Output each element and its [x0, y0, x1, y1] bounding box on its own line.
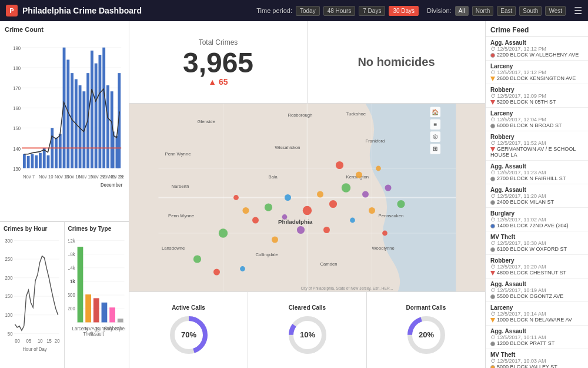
svg-point-146 — [369, 207, 375, 214]
map-container[interactable]: Glenside Rosborough Tuckahoe Penn Wynne … — [129, 104, 485, 291]
svg-text:Collingdale: Collingdale — [256, 252, 278, 257]
crime-time: ⏱ 12/5/2017, 11:23 AM — [490, 170, 583, 175]
crime-type: Agg. Assault — [490, 163, 583, 170]
svg-text:Lansdowne: Lansdowne — [162, 246, 185, 251]
svg-text:150: 150 — [5, 294, 13, 299]
svg-text:190: 190 — [13, 46, 21, 51]
center-panel: Total Crimes 3,965 ▲ 65 No homicides — [129, 21, 485, 368]
svg-text:Rosborough: Rosborough — [288, 112, 313, 118]
svg-text:≡: ≡ — [433, 121, 437, 128]
svg-text:Pennsauken: Pennsauken — [379, 213, 404, 218]
svg-text:1.8k: 1.8k — [68, 252, 76, 257]
time-btn-7d[interactable]: 7 Days — [359, 6, 385, 16]
total-crimes-widget: Total Crimes 3,965 ▲ 65 — [129, 21, 308, 103]
menu-icon[interactable]: ☰ — [574, 5, 582, 16]
time-btn-48h[interactable]: 48 Hours — [323, 6, 356, 16]
division-label: Division: — [427, 7, 452, 14]
svg-text:200: 200 — [68, 306, 75, 311]
header-left: P Philadelphia Crime Dashboard — [6, 5, 142, 16]
svg-text:Tuckahoe: Tuckahoe — [346, 111, 366, 117]
svg-text:December: December — [101, 182, 122, 187]
dormant-calls-widget: Dormant Calls 20% — [367, 292, 485, 368]
svg-text:Other: Other — [114, 326, 125, 331]
svg-point-142 — [243, 207, 249, 214]
svg-point-147 — [382, 231, 387, 236]
crime-type: Burglary — [490, 210, 583, 217]
crimes-by-hour-title: Crimes by Hour — [4, 226, 61, 232]
svg-text:1.4k: 1.4k — [68, 266, 76, 271]
svg-text:Penn Wynne: Penn Wynne — [168, 213, 194, 218]
svg-text:05: 05 — [26, 339, 32, 344]
list-item: Robbery ⏱ 12/5/2017, 10:20 AM 4800 BLOCK… — [486, 255, 588, 279]
svg-text:Narberth: Narberth — [172, 184, 189, 189]
svg-point-134 — [385, 185, 392, 191]
left-panel: Crime Count 190 180 170 160 150 — [0, 21, 129, 368]
svg-point-140 — [323, 227, 330, 233]
svg-text:🏠: 🏠 — [432, 108, 439, 116]
svg-text:00: 00 — [15, 339, 20, 344]
list-item: Larceny ⏱ 12/5/2017, 12:04 PM 6000 BLOCK… — [486, 108, 588, 131]
crime-type: Agg. Assault — [490, 328, 583, 334]
crime-location: 2400 BLOCK MILAN ST — [490, 199, 583, 205]
svg-text:100: 100 — [5, 313, 13, 318]
svg-text:15: 15 — [46, 339, 52, 344]
crime-time: ⏱ 12/5/2017, 11:52 AM — [490, 140, 583, 146]
svg-text:Dec 4: Dec 4 — [118, 174, 124, 180]
crime-time: ⏱ 12/5/2017, 10:19 AM — [490, 287, 583, 293]
crime-time: ⏱ 12/5/2017, 10:11 AM — [490, 334, 583, 340]
div-btn-east[interactable]: East — [497, 6, 516, 16]
div-btn-all[interactable]: All — [455, 6, 469, 16]
svg-rect-19 — [27, 156, 30, 168]
cleared-calls-title: Cleared Calls — [289, 304, 326, 311]
main-content: Crime Count 190 180 170 160 150 — [0, 21, 588, 368]
svg-rect-89 — [93, 298, 99, 322]
svg-text:160: 160 — [13, 106, 21, 111]
svg-text:Hour of Day: Hour of Day — [23, 347, 48, 352]
crime-type: Robbery — [490, 87, 583, 93]
crime-type: Robbery — [490, 257, 583, 264]
crime-location: 6100 BLOCK W OXFORD ST — [490, 246, 583, 252]
crimes-by-type-panel: Crimes by Type 2.2k 1.8k 1.4k 1k 600 — [65, 221, 129, 368]
time-btn-today[interactable]: Today — [296, 6, 320, 16]
crime-location: 6000 BLOCK N BROAD ST — [490, 122, 583, 128]
div-btn-north[interactable]: North — [472, 6, 493, 16]
svg-rect-88 — [85, 294, 91, 322]
active-calls-donut: 70% — [168, 314, 209, 356]
svg-rect-41 — [112, 131, 115, 168]
div-btn-west[interactable]: West — [545, 6, 566, 16]
svg-point-149 — [213, 269, 220, 276]
crime-type: Larceny — [490, 63, 583, 69]
crime-count-title: Crime Count — [5, 26, 124, 33]
svg-text:Camden: Camden — [320, 261, 338, 267]
svg-text:⊞: ⊞ — [433, 145, 437, 152]
svg-rect-18 — [23, 154, 26, 168]
crime-time: ⏱ 12/5/2017, 12:12 PM — [490, 69, 583, 75]
crime-feed-list[interactable]: Agg. Assault ⏱ 12/5/2017, 12:12 PM 2200 … — [486, 37, 588, 368]
list-item: Larceny ⏱ 12/5/2017, 12:12 PM 2600 BLOCK… — [486, 61, 588, 84]
crime-location: 2600 BLOCK KENSINGTON AVE — [490, 75, 583, 81]
time-period-label: Time period: — [256, 7, 292, 14]
svg-text:P: P — [9, 7, 14, 14]
dormant-calls-title: Dormant Calls — [406, 304, 446, 311]
cleared-calls-donut: 10% — [287, 314, 328, 356]
crime-location: 4800 BLOCK CHESTNUT ST — [490, 270, 583, 276]
list-item: Agg. Assault ⏱ 12/5/2017, 10:11 AM 1200 … — [486, 326, 588, 349]
time-btn-30d[interactable]: 30 Days — [389, 6, 419, 16]
svg-text:Wissahickon: Wissahickon — [275, 145, 300, 150]
svg-rect-21 — [35, 155, 38, 168]
crime-count-chart: 190 180 170 160 150 140 130 — [5, 35, 124, 212]
bottom-left-charts: Crimes by Hour 300 250 200 150 100 50 — [0, 221, 129, 368]
div-btn-south[interactable]: South — [519, 6, 542, 16]
crime-time: ⏱ 12/5/2017, 12:12 PM — [490, 46, 583, 52]
crime-type: Robbery — [490, 134, 583, 140]
crime-count-panel: Crime Count 190 180 170 160 150 — [0, 21, 129, 221]
svg-text:50: 50 — [8, 331, 13, 336]
crime-location: GERMANTOWN AV / E SCHOOL HOUSE LA — [490, 146, 583, 158]
svg-text:130: 130 — [13, 166, 21, 171]
crime-time: ⏱ 12/5/2017, 12:09 PM — [490, 93, 583, 99]
svg-text:180: 180 — [13, 66, 21, 71]
svg-text:600: 600 — [68, 293, 75, 298]
svg-point-125 — [336, 161, 343, 169]
svg-rect-87 — [77, 247, 83, 322]
svg-text:200: 200 — [5, 276, 13, 281]
